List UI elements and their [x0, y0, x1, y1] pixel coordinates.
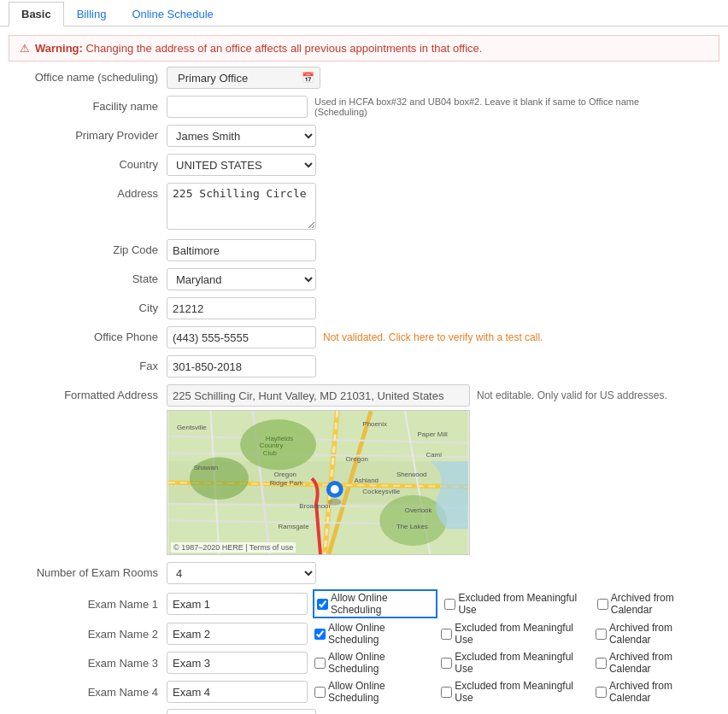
- office-name-label: Office name (scheduling): [17, 67, 167, 84]
- exam-1-archived-checkbox[interactable]: [597, 599, 608, 610]
- svg-point-23: [328, 499, 342, 506]
- svg-text:The Lakes: The Lakes: [396, 523, 428, 530]
- exam-2-scheduling-checkbox[interactable]: [314, 629, 326, 640]
- exam-3-archived-label: Archived from Calendar: [609, 651, 711, 675]
- hours-start-select[interactable]: 6:00 am 6:30 am 7:00 am 7:30 am 8:00 am: [167, 709, 316, 714]
- phone-label: Office Phone: [17, 326, 167, 343]
- tab-basic[interactable]: Basic: [9, 2, 64, 26]
- exam-4-scheduling-group: Allow Online Scheduling: [314, 680, 432, 704]
- hours-start-label: Office hours start: [17, 709, 167, 714]
- exam-3-scheduling-group: Allow Online Scheduling: [314, 651, 432, 675]
- svg-text:Overlook: Overlook: [405, 506, 432, 514]
- state-label: State: [17, 268, 167, 285]
- zip-input[interactable]: [167, 239, 316, 261]
- svg-text:Ridge Park: Ridge Park: [270, 479, 303, 487]
- city-input[interactable]: [167, 297, 316, 319]
- formatted-address-content: Not editable. Only valid for US addresse…: [167, 384, 711, 555]
- exam-2-row: Exam Name 2 Allow Online Scheduling Excl…: [17, 622, 711, 646]
- svg-text:Gentsville: Gentsville: [177, 424, 207, 431]
- exam-3-row: Exam Name 3 Allow Online Scheduling Excl…: [17, 651, 711, 675]
- exam-4-checkboxes: Allow Online Scheduling Excluded from Me…: [314, 680, 711, 704]
- svg-text:Paper Mill: Paper Mill: [418, 430, 448, 438]
- svg-text:Caml: Caml: [426, 451, 443, 459]
- exam-3-input[interactable]: [167, 652, 308, 674]
- exam-3-scheduling-label: Allow Online Scheduling: [328, 651, 432, 675]
- facility-hint: Used in HCFA box#32 and UB04 box#2. Leav…: [314, 97, 656, 117]
- state-content: Maryland Virginia New York: [167, 268, 711, 290]
- country-label: Country: [17, 154, 167, 171]
- exam-3-label: Exam Name 3: [17, 657, 167, 670]
- exam-rooms-row: Number of Exam Rooms 123456: [17, 562, 711, 584]
- exam-rooms-label: Number of Exam Rooms: [17, 562, 167, 579]
- exam-4-excluded-checkbox[interactable]: [441, 687, 452, 698]
- exam-2-input[interactable]: [167, 623, 308, 645]
- office-name-wrapper: 📅: [167, 67, 320, 89]
- exam-4-archived-checkbox[interactable]: [596, 687, 607, 698]
- exam-4-label: Exam Name 4: [17, 686, 167, 699]
- exam-1-input[interactable]: [167, 593, 308, 615]
- exam-2-excluded-checkbox[interactable]: [441, 629, 452, 640]
- tabs-bar: Basic Billing Online Schedule: [0, 2, 728, 26]
- hours-start-row: Office hours start 6:00 am 6:30 am 7:00 …: [17, 709, 711, 714]
- svg-text:Phoenix: Phoenix: [362, 420, 387, 428]
- exam-2-checkboxes: Allow Online Scheduling Excluded from Me…: [314, 622, 711, 646]
- exam-1-scheduling-highlight: Allow Online Scheduling: [314, 591, 436, 617]
- svg-text:Ashland: Ashland: [355, 477, 379, 484]
- exam-1-excluded-checkbox[interactable]: [444, 599, 455, 610]
- zip-content: [167, 239, 711, 261]
- exam-4-scheduling-label: Allow Online Scheduling: [328, 680, 432, 704]
- exam-3-scheduling-checkbox[interactable]: [314, 658, 326, 669]
- country-row: Country UNITED STATES CANADA OTHER: [17, 154, 711, 176]
- exam-1-archived-group: Archived from Calendar: [597, 592, 711, 616]
- city-label: City: [17, 297, 167, 314]
- exam-4-scheduling-checkbox[interactable]: [314, 687, 326, 698]
- exam-2-scheduling-label: Allow Online Scheduling: [328, 622, 432, 646]
- svg-text:Hayfields: Hayfields: [266, 435, 294, 442]
- country-select[interactable]: UNITED STATES CANADA OTHER: [167, 154, 316, 176]
- phone-input[interactable]: [167, 326, 316, 348]
- exam-rooms-select[interactable]: 123456: [167, 562, 316, 584]
- zip-label: Zip Code: [17, 239, 167, 256]
- formatted-address-hint: Not editable. Only valid for US addresse…: [477, 389, 667, 401]
- fax-input[interactable]: [167, 355, 316, 377]
- exam-4-archived-label: Archived from Calendar: [609, 680, 711, 704]
- address-input[interactable]: 225 Schilling Circle: [167, 183, 316, 230]
- office-name-input[interactable]: [173, 67, 292, 89]
- svg-text:Ramsgate: Ramsgate: [279, 523, 310, 530]
- svg-text:Oregon: Oregon: [274, 471, 296, 478]
- exam-2-archived-label: Archived from Calendar: [609, 622, 711, 646]
- warning-prefix: Warning:: [35, 42, 83, 55]
- svg-text:Oregon: Oregon: [346, 455, 368, 463]
- tab-online-schedule[interactable]: Online Schedule: [119, 2, 226, 26]
- svg-text:Sherwood: Sherwood: [396, 471, 427, 478]
- fax-label: Fax: [17, 355, 167, 372]
- country-content: UNITED STATES CANADA OTHER: [167, 154, 711, 176]
- exam-2-archived-checkbox[interactable]: [596, 629, 607, 640]
- address-label: Address: [17, 183, 167, 200]
- exam-2-excluded-group: Excluded from Meaningful Use: [441, 622, 587, 646]
- exam-3-excluded-group: Excluded from Meaningful Use: [441, 651, 587, 675]
- primary-provider-row: Primary Provider James Smith Provider 2: [17, 125, 711, 147]
- city-row: City: [17, 297, 711, 319]
- phone-validate-link[interactable]: Not validated. Click here to verify with…: [323, 331, 543, 343]
- state-select[interactable]: Maryland Virginia New York: [167, 268, 316, 290]
- address-content: 225 Schilling Circle: [167, 183, 711, 232]
- primary-provider-select[interactable]: James Smith Provider 2: [167, 125, 316, 147]
- svg-text:Country: Country: [260, 442, 284, 449]
- exam-1-scheduling-checkbox[interactable]: [317, 599, 328, 610]
- phone-content: Not validated. Click here to verify with…: [167, 326, 711, 348]
- warning-message: Changing the address of an office affect…: [85, 42, 482, 55]
- fax-content: [167, 355, 711, 377]
- facility-name-input[interactable]: [167, 96, 308, 118]
- exam-1-row: Exam Name 1 Allow Online Scheduling Excl…: [17, 591, 711, 617]
- office-name-content: 📅: [167, 67, 711, 89]
- exam-3-excluded-checkbox[interactable]: [441, 658, 452, 669]
- exam-4-input[interactable]: [167, 681, 308, 703]
- zip-row: Zip Code: [17, 239, 711, 261]
- hours-start-content: 6:00 am 6:30 am 7:00 am 7:30 am 8:00 am: [167, 709, 711, 714]
- exam-3-archived-checkbox[interactable]: [596, 658, 607, 669]
- exam-1-label: Exam Name 1: [17, 598, 167, 611]
- tab-billing[interactable]: Billing: [64, 2, 120, 26]
- city-content: [167, 297, 711, 319]
- office-name-row: Office name (scheduling) 📅: [17, 67, 711, 89]
